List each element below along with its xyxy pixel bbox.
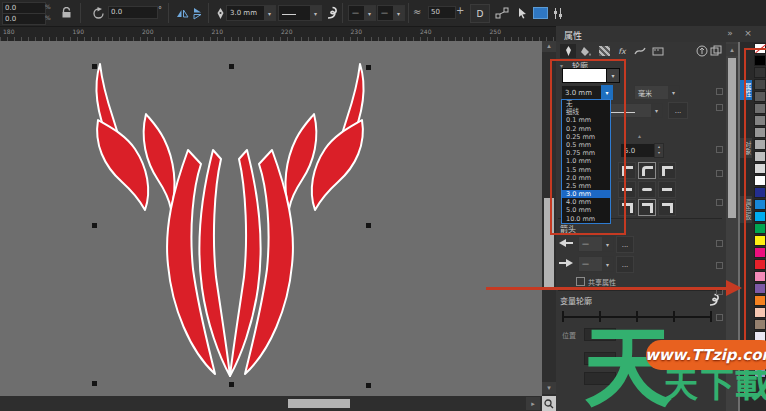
collapse-docker-icon[interactable]: » (724, 28, 736, 38)
position-inside-button[interactable] (658, 199, 676, 216)
line-style-combo[interactable]: ▾ (278, 5, 322, 21)
style-settings-button[interactable]: ... (668, 102, 688, 119)
selection-handle[interactable] (366, 65, 371, 70)
selection-handle[interactable] (229, 382, 234, 387)
selection-handle[interactable] (366, 383, 371, 388)
corner-bevel-button[interactable] (658, 162, 676, 179)
selection-handle[interactable] (92, 223, 97, 228)
ruler-number: 230 (348, 27, 418, 41)
plus-stepper-icon[interactable]: + (456, 5, 464, 16)
close-docker-icon[interactable]: × (742, 28, 754, 38)
zoom-magnifier-icon[interactable] (542, 396, 556, 411)
variable-outline-brush-icon[interactable] (708, 293, 721, 307)
annotation-box-outline (550, 59, 626, 235)
link-indicator[interactable] (716, 199, 723, 206)
chevron-down-icon[interactable]: ▾ (602, 257, 613, 271)
corner-round-button[interactable] (638, 162, 656, 179)
watermark-char: 天 (664, 368, 698, 402)
dimensions-tab-icon[interactable] (650, 44, 666, 58)
ruler-number: 240 (417, 27, 487, 41)
link-indicator[interactable] (716, 170, 723, 177)
scroll-up-icon[interactable]: ▴ (542, 40, 556, 52)
selection-handle[interactable] (229, 64, 234, 69)
fill-tab-icon[interactable] (578, 44, 594, 58)
arrow-start-icon (558, 238, 574, 248)
link-indicator[interactable] (716, 88, 723, 95)
lock-ratio-icon[interactable] (58, 5, 74, 21)
arrow-end-settings-button[interactable]: ... (616, 256, 634, 273)
flame-right-half (230, 64, 364, 376)
arrow-start-settings-button[interactable]: ... (616, 236, 634, 253)
selection-handle[interactable] (92, 64, 97, 69)
horizontal-scroll-thumb[interactable] (288, 399, 350, 408)
link-indicator[interactable] (716, 240, 723, 247)
object-height-field[interactable]: 0.0 (2, 13, 46, 25)
outline-tab-icon[interactable] (560, 44, 576, 58)
effects-tab-icon[interactable]: fx (614, 44, 630, 58)
panel-scroll-up-icon[interactable]: ▴ (726, 44, 738, 56)
line-style-preview (282, 14, 296, 15)
rotation-field[interactable]: 0.0 (108, 6, 158, 19)
slider-tick[interactable] (710, 311, 712, 322)
ruler-number: 210 (209, 27, 279, 41)
cap-square-button[interactable] (658, 181, 676, 198)
transparency-tab-icon[interactable] (596, 44, 612, 58)
chevron-down-icon[interactable]: ▾ (668, 86, 679, 99)
canvas[interactable] (0, 40, 542, 396)
selection-handle[interactable] (366, 223, 371, 228)
outline-width-combo[interactable]: 3.0 mm ▾ (226, 5, 276, 21)
panel-scroll-thumb[interactable] (728, 58, 736, 218)
flame-left-half (96, 64, 230, 376)
link-indicator[interactable] (716, 104, 723, 111)
scroll-down-icon[interactable]: ▾ (542, 382, 556, 394)
link-indicator[interactable] (716, 262, 723, 269)
horizontal-ruler[interactable]: 180190200210220230240250 (0, 26, 556, 41)
arrow-start-combo-panel[interactable]: — ▾ (578, 236, 614, 252)
mirror-vertical-icon[interactable] (190, 5, 206, 21)
watermark-char: 下 (700, 368, 734, 402)
smoothing-wave-icon: ≈ (413, 6, 421, 17)
position-center-button[interactable] (638, 199, 656, 216)
slider-tick[interactable] (673, 311, 675, 322)
chevron-down-icon[interactable]: ▾ (393, 6, 404, 20)
selection-handle[interactable] (92, 381, 97, 386)
flame-artwork[interactable] (84, 56, 376, 382)
smoothing-field[interactable]: 50 (428, 6, 456, 19)
chevron-down-icon[interactable]: ▾ (310, 6, 321, 20)
cap-round-button[interactable] (638, 181, 656, 198)
horizontal-scrollbar[interactable]: ▸ (0, 396, 556, 411)
chevron-down-icon[interactable]: ▾ (651, 104, 662, 117)
slider-tick[interactable] (562, 311, 564, 322)
arrow-end-value: — (378, 9, 393, 17)
ruler-number: 180 (0, 27, 70, 41)
select-cursor-icon[interactable] (514, 5, 530, 21)
curve-tab-icon[interactable] (632, 44, 648, 58)
chevron-down-icon[interactable]: ▾ (364, 6, 375, 20)
arrow-end-value-panel: — (579, 260, 602, 268)
new-window-icon[interactable] (708, 44, 724, 58)
miter-spinner[interactable]: ▴ ▾ (654, 143, 664, 158)
degree-symbol: ° (158, 6, 162, 15)
scroll-right-icon[interactable]: ▸ (526, 397, 540, 410)
link-indicator[interactable] (716, 314, 723, 321)
arrow-start-combo[interactable]: — ▾ (348, 5, 376, 21)
watermark-url: www.TTzip.com (645, 346, 766, 364)
variable-outline-brush-icon[interactable] (324, 5, 340, 21)
sliders-icon[interactable] (550, 5, 566, 21)
arrow-start-value-panel: — (579, 240, 602, 248)
text-wrap-icon[interactable] (532, 5, 548, 21)
arrow-end-icon (558, 258, 574, 268)
ruler-number: 200 (139, 27, 209, 41)
arrow-end-combo[interactable]: — ▾ (377, 5, 405, 21)
chevron-down-icon[interactable]: ▾ (264, 6, 275, 20)
mirror-horizontal-icon[interactable] (174, 5, 190, 21)
arrow-end-combo-panel[interactable]: — ▾ (578, 256, 614, 272)
link-indicator[interactable] (716, 146, 723, 153)
variable-outline-header[interactable]: 变量轮廓 (560, 295, 592, 306)
close-curve-button[interactable]: D (470, 4, 490, 23)
reduce-nodes-icon[interactable] (494, 5, 510, 21)
outline-units-combo[interactable]: 毫米 ▾ (634, 85, 680, 100)
subpanel-collapse-icon[interactable]: ▴ (638, 132, 641, 139)
chevron-down-icon[interactable]: ▾ (602, 237, 613, 251)
share-attributes-checkbox[interactable] (576, 277, 585, 286)
